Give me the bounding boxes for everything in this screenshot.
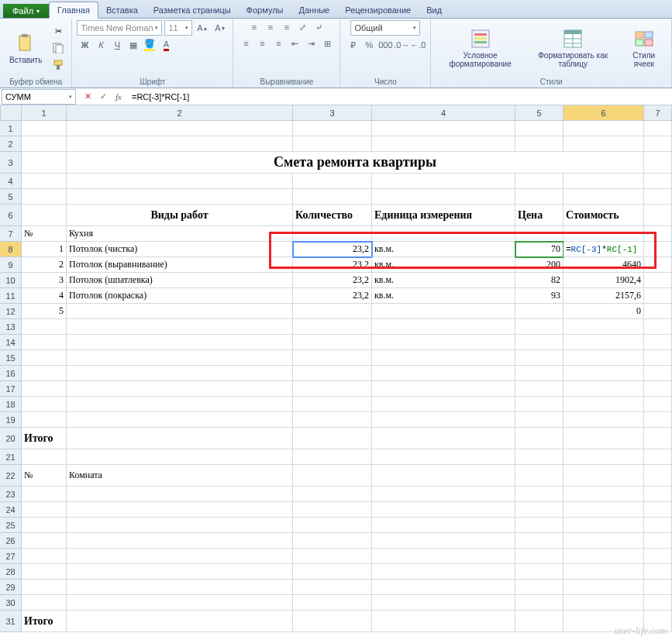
cut-button[interactable]: ✂ <box>50 23 67 39</box>
row-header[interactable]: 9 <box>0 257 22 273</box>
cell[interactable] <box>67 449 293 465</box>
cell[interactable]: 5 <box>22 304 67 319</box>
underline-button[interactable]: Ч <box>109 38 125 52</box>
cell[interactable] <box>67 136 293 152</box>
cell[interactable] <box>644 152 672 174</box>
cell[interactable] <box>563 121 644 136</box>
cell[interactable] <box>372 350 515 366</box>
cell[interactable]: 93 <box>515 288 563 304</box>
cell[interactable] <box>563 226 644 242</box>
cell[interactable] <box>293 226 372 242</box>
cell[interactable] <box>293 549 372 564</box>
cell[interactable] <box>22 152 67 174</box>
cell[interactable]: Итого <box>22 428 67 449</box>
cell[interactable] <box>372 335 515 350</box>
cell[interactable] <box>515 121 563 136</box>
cell[interactable] <box>644 564 672 580</box>
cell[interactable]: 4640 <box>563 257 644 273</box>
cell[interactable]: кв.м. <box>372 242 515 257</box>
cell[interactable] <box>563 549 644 564</box>
cell[interactable] <box>644 242 672 257</box>
percent-button[interactable]: % <box>361 38 377 52</box>
tab-data[interactable]: Данные <box>291 2 337 18</box>
cell[interactable] <box>563 564 644 580</box>
cell[interactable] <box>67 121 293 136</box>
cell[interactable]: кв.м. <box>372 288 515 304</box>
cell[interactable] <box>372 465 515 487</box>
row-header[interactable]: 28 <box>0 564 22 580</box>
cell[interactable] <box>22 533 67 549</box>
cell[interactable] <box>372 121 515 136</box>
cell[interactable] <box>515 366 563 381</box>
cell[interactable] <box>515 350 563 366</box>
row-header[interactable]: 18 <box>0 397 22 412</box>
align-center-button[interactable]: ≡ <box>254 36 270 50</box>
cell[interactable] <box>563 366 644 381</box>
cell[interactable] <box>563 449 644 465</box>
cell[interactable]: 3 <box>22 273 67 288</box>
col-header[interactable]: 3 <box>293 105 372 121</box>
cell[interactable] <box>372 549 515 564</box>
cell[interactable] <box>563 580 644 595</box>
cell[interactable]: 23,2 <box>293 257 372 273</box>
cell[interactable] <box>67 518 293 533</box>
insert-function-button[interactable]: fx <box>112 91 126 102</box>
header-cost[interactable]: Стоимость <box>563 205 644 226</box>
cell[interactable] <box>293 397 372 412</box>
cell[interactable] <box>293 449 372 465</box>
cell[interactable] <box>515 502 563 518</box>
cell[interactable] <box>563 428 644 449</box>
cell[interactable] <box>644 366 672 381</box>
cell[interactable] <box>293 580 372 595</box>
cell[interactable]: Итого <box>22 611 67 632</box>
cell[interactable]: Потолок (чистка) <box>67 242 293 257</box>
copy-button[interactable] <box>50 40 67 56</box>
align-bottom-button[interactable]: ≡ <box>279 20 295 34</box>
cell[interactable] <box>67 335 293 350</box>
cell[interactable] <box>67 174 293 189</box>
cell[interactable] <box>67 381 293 397</box>
bold-button[interactable]: Ж <box>77 38 92 52</box>
increase-font-button[interactable]: A▲ <box>195 21 210 35</box>
cell[interactable] <box>293 189 372 205</box>
cell[interactable] <box>372 518 515 533</box>
row-header[interactable]: 22 <box>0 465 22 487</box>
increase-indent-button[interactable]: ⇥ <box>303 36 319 50</box>
row-header[interactable]: 23 <box>0 487 22 502</box>
cell[interactable] <box>67 428 293 449</box>
cell[interactable] <box>644 397 672 412</box>
cell[interactable] <box>644 257 672 273</box>
paste-button[interactable]: Вставить <box>5 31 47 66</box>
col-header[interactable]: 6 <box>563 105 644 121</box>
cell[interactable] <box>644 533 672 549</box>
decrease-decimal-button[interactable]: ←.0 <box>410 38 426 52</box>
cell[interactable] <box>22 189 67 205</box>
cell[interactable] <box>22 335 67 350</box>
cell[interactable] <box>563 350 644 366</box>
cell[interactable] <box>515 595 563 611</box>
cell[interactable] <box>293 350 372 366</box>
cell[interactable] <box>22 136 67 152</box>
cell[interactable] <box>515 611 563 632</box>
select-all-corner[interactable] <box>0 105 22 121</box>
tab-formulas[interactable]: Формулы <box>239 2 291 18</box>
cell[interactable]: Комната <box>67 465 293 487</box>
row-header[interactable]: 14 <box>0 335 22 350</box>
cell[interactable] <box>372 487 515 502</box>
cell[interactable] <box>293 487 372 502</box>
cell[interactable] <box>67 564 293 580</box>
cell[interactable] <box>515 319 563 335</box>
tab-insert[interactable]: Вставка <box>98 2 146 18</box>
cell[interactable] <box>644 304 672 319</box>
tab-file[interactable]: Файл▾ <box>3 4 49 18</box>
cell[interactable] <box>22 580 67 595</box>
cell[interactable]: кв.м. <box>372 273 515 288</box>
cell[interactable] <box>644 189 672 205</box>
cell[interactable]: 2157,6 <box>563 288 644 304</box>
conditional-formatting-button[interactable]: Условное форматирование <box>436 26 524 70</box>
cell[interactable] <box>67 350 293 366</box>
cell[interactable] <box>515 449 563 465</box>
cell[interactable] <box>644 350 672 366</box>
cell[interactable] <box>372 397 515 412</box>
col-header[interactable]: 4 <box>372 105 515 121</box>
